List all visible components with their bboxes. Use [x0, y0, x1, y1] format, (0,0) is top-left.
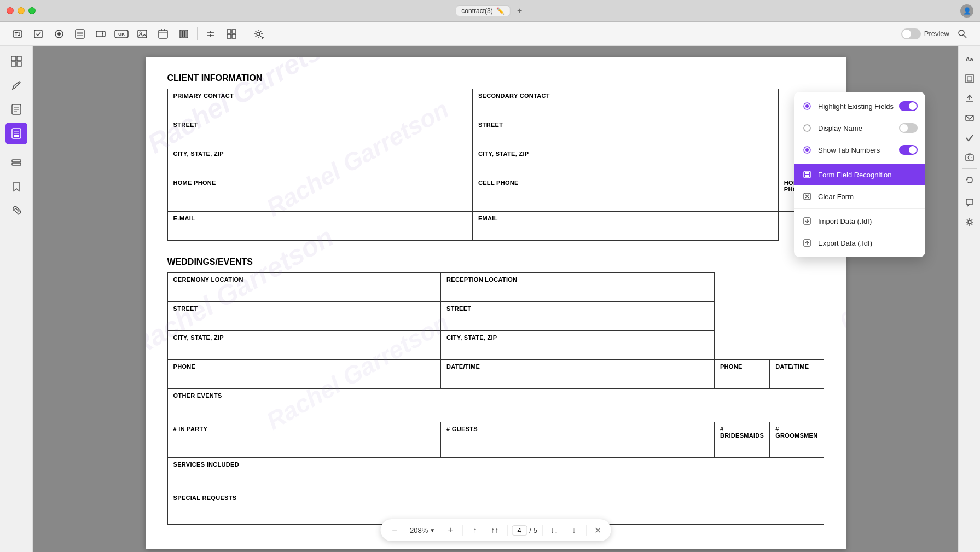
ceremony-datetime-value — [446, 370, 709, 385]
close-nav-button[interactable]: ✕ — [591, 524, 604, 537]
right-btn-email[interactable] — [961, 109, 978, 127]
right-btn-format[interactable]: Aa — [961, 50, 978, 68]
in-party-label: # IN PARTY — [173, 426, 436, 432]
menu-item-display-name[interactable]: Display Name — [794, 117, 925, 139]
search-button[interactable] — [954, 25, 971, 43]
watermark-6: 0330 — [835, 287, 845, 335]
svg-rect-66 — [805, 175, 809, 177]
reception-phone-cell: PHONE — [714, 360, 769, 389]
highlight-fields-toggle[interactable] — [899, 101, 918, 111]
fullscreen-window-button[interactable] — [28, 7, 36, 14]
svg-rect-13 — [138, 30, 147, 38]
show-tab-numbers-toggle[interactable] — [899, 145, 918, 155]
svg-point-80 — [968, 156, 971, 159]
right-btn-size[interactable] — [961, 70, 978, 88]
close-window-button[interactable] — [7, 7, 14, 14]
layout-button[interactable] — [223, 25, 240, 43]
image-tool-button[interactable] — [134, 25, 151, 43]
fit-page-button[interactable]: ↑ — [467, 522, 483, 538]
show-tab-numbers-label: Show Tab Numbers — [818, 146, 880, 154]
combo-tool-button[interactable] — [92, 25, 109, 43]
zoom-in-button[interactable]: + — [443, 522, 458, 538]
services-label: SERVICES INCLUDED — [173, 461, 818, 468]
zoom-display[interactable]: 208% ▼ — [407, 525, 438, 536]
display-name-label: Display Name — [818, 124, 862, 132]
menu-item-export-data[interactable]: Export Data (.fdf) — [794, 232, 925, 254]
weddings-table: CEREMONY LOCATION RECEPTION LOCATION STR… — [167, 272, 824, 525]
radio-tool-button[interactable] — [50, 25, 68, 43]
right-btn-photo[interactable] — [961, 149, 978, 166]
import-data-label: Import Data (.fdf) — [818, 217, 872, 225]
right-btn-check[interactable] — [961, 129, 978, 147]
table-row: CITY, STATE, ZIP CITY, STATE, ZIP — [167, 147, 824, 176]
street2-cell: STREET — [472, 118, 778, 147]
content-area[interactable]: Rachel Garretson Rachel Garretson Rachel… — [33, 46, 958, 552]
toolbar: T1 OK ▼ Preview — [0, 22, 980, 46]
tab-numbers-icon — [802, 144, 813, 155]
reception-city-value — [446, 341, 709, 356]
fit-width-button[interactable]: ↑↑ — [487, 522, 502, 538]
sidebar-btn-layers[interactable] — [5, 152, 27, 173]
home-phone1-value — [173, 186, 467, 201]
svg-rect-30 — [232, 30, 236, 33]
right-divider-2 — [962, 191, 977, 191]
page-separator: / — [529, 526, 531, 534]
menu-item-show-tab-numbers[interactable]: Show Tab Numbers — [794, 139, 925, 161]
reception-city-cell: CITY, STATE, ZIP — [441, 331, 715, 360]
other-events-label: OTHER EVENTS — [173, 392, 818, 399]
minimize-window-button[interactable] — [18, 7, 25, 14]
ceremony-phone-value — [173, 370, 436, 385]
user-avatar[interactable]: 👤 — [960, 4, 973, 18]
document-tab[interactable]: contract(3) ✏️ — [455, 5, 510, 16]
svg-line-48 — [18, 83, 19, 84]
right-btn-chat[interactable] — [961, 194, 978, 211]
menu-item-form-field-recognition[interactable]: Form Field Recognition — [794, 164, 925, 185]
right-btn-export[interactable] — [961, 90, 978, 107]
sidebar-btn-bookmarks[interactable] — [5, 176, 27, 197]
list-tool-button[interactable] — [71, 25, 89, 43]
svg-rect-76 — [967, 77, 972, 81]
preview-switch[interactable] — [901, 28, 921, 39]
menu-item-highlight-fields[interactable]: Highlight Existing Fields — [794, 95, 925, 117]
first-page-button[interactable]: ↓↓ — [547, 522, 562, 538]
cell-phone-value — [478, 186, 773, 201]
sidebar-btn-active-forms[interactable] — [5, 123, 27, 144]
ceremony-datetime-cell: DATE/TIME — [441, 360, 715, 389]
barcode-tool-button[interactable] — [175, 25, 193, 43]
right-btn-undo[interactable] — [961, 171, 978, 189]
ok-tool-button[interactable]: OK — [113, 25, 130, 43]
traffic-lights — [7, 7, 36, 14]
view-options-button[interactable] — [202, 25, 219, 43]
svg-rect-44 — [11, 56, 16, 61]
text-tool-button[interactable]: T1 — [9, 25, 26, 43]
edit-icon[interactable]: ✏️ — [496, 7, 505, 15]
add-tab-button[interactable]: + — [515, 6, 525, 16]
checkbox-tool-button[interactable] — [30, 25, 47, 43]
display-name-toggle[interactable] — [899, 123, 918, 133]
left-sidebar — [0, 46, 33, 552]
last-page-button[interactable]: ↓ — [566, 522, 582, 538]
sidebar-btn-thumbnails[interactable] — [5, 50, 27, 72]
sidebar-btn-attachments[interactable] — [5, 200, 27, 222]
menu-item-clear-form[interactable]: Clear Form — [794, 185, 925, 207]
email2-label: EMAIL — [478, 215, 773, 222]
section-title-weddings: WEDDINGS/EVENTS — [167, 257, 824, 267]
right-sidebar: Aa — [958, 46, 980, 552]
date-tool-button[interactable] — [154, 25, 172, 43]
page-input[interactable] — [512, 525, 527, 536]
secondary-contact-value — [478, 99, 773, 114]
sidebar-btn-forms[interactable] — [5, 98, 27, 120]
menu-item-import-data[interactable]: Import Data (.fdf) — [794, 210, 925, 232]
properties-button[interactable]: ▼ — [250, 25, 267, 43]
titlebar: contract(3) ✏️ + 👤 — [0, 0, 980, 22]
svg-rect-65 — [805, 172, 809, 174]
svg-rect-45 — [17, 56, 21, 61]
toolbar-right: Preview — [901, 25, 971, 43]
page-display: / 5 — [512, 525, 537, 536]
svg-rect-56 — [14, 135, 19, 137]
ceremony-street-cell: STREET — [167, 302, 441, 331]
city1-label: CITY, STATE, ZIP — [173, 150, 467, 157]
sidebar-btn-annotations[interactable] — [5, 74, 27, 96]
zoom-out-button[interactable]: − — [387, 522, 402, 538]
right-btn-integrations[interactable] — [961, 213, 978, 231]
